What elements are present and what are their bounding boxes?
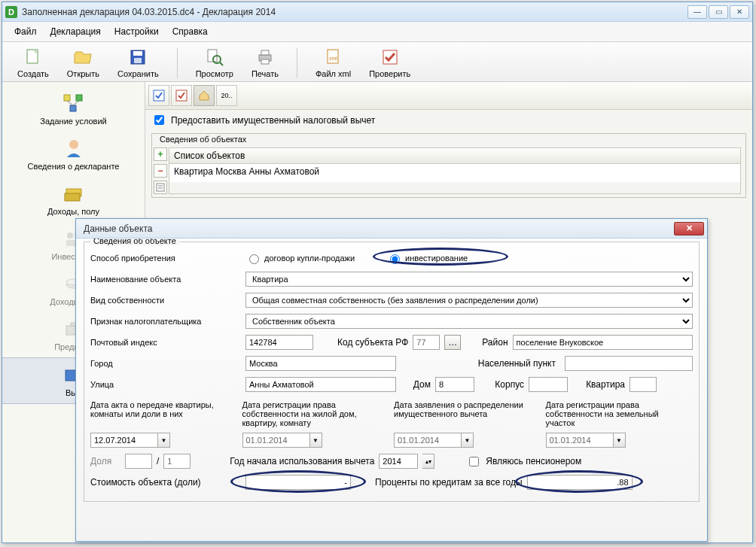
date1-drop[interactable]: ▼ — [158, 433, 170, 448]
print-button[interactable]: Печать — [251, 47, 279, 78]
printer-icon — [255, 47, 276, 68]
add-object-button[interactable]: + — [154, 147, 167, 161]
city-input[interactable] — [245, 356, 396, 371]
sign-label: Признак налогоплательщика — [90, 317, 241, 326]
date3-drop[interactable]: ▼ — [462, 433, 474, 448]
svg-rect-9 — [261, 59, 269, 64]
menu-settings[interactable]: Настройки — [108, 25, 165, 38]
minimize-button[interactable]: — — [687, 5, 707, 19]
check-icon — [380, 47, 401, 68]
house-input[interactable] — [435, 377, 474, 392]
acq-radio-invest[interactable]: инвестирование — [386, 252, 468, 264]
date4-drop[interactable]: ▼ — [614, 433, 626, 448]
deduction-checkbox-label: Предоставить имущественный налоговый выч… — [171, 115, 375, 126]
sidebar-item-income[interactable]: Доходы, полу — [2, 177, 145, 222]
locality-input[interactable] — [565, 356, 693, 371]
flat-input[interactable] — [629, 377, 657, 392]
mini-btn-2[interactable] — [171, 85, 192, 106]
svg-rect-8 — [261, 50, 269, 55]
region-code-browse[interactable]: … — [444, 335, 461, 350]
object-data-dialog: Данные объекта ✕ Сведения об объекте Спо… — [75, 218, 708, 542]
share-a-input — [125, 454, 152, 469]
date-col4-label: Дата регистрации права собственности на … — [546, 400, 694, 427]
menu-help[interactable]: Справка — [166, 25, 214, 38]
sign-select[interactable]: Собственник объекта — [245, 314, 693, 329]
flat-label: Квартира — [572, 379, 625, 390]
interest-label: Проценты по кредитам за все годы — [375, 477, 523, 488]
cost-label: Стоимость объекта (доли) — [90, 477, 241, 488]
objects-group-title: Сведения об объектах — [157, 135, 249, 144]
acquisition-label: Способ приобретения — [90, 254, 241, 263]
object-name-label: Наименование объекта — [90, 275, 241, 284]
conditions-icon — [62, 93, 86, 114]
remove-object-button[interactable]: − — [154, 164, 167, 178]
object-name-select[interactable]: Квартира — [245, 272, 693, 287]
locality-label: Населенный пункт — [478, 358, 556, 369]
region-code-input — [413, 335, 440, 350]
sidebar-income-label: Доходы, полу — [47, 207, 99, 216]
ownership-label: Вид собственности — [90, 296, 241, 305]
preview-button[interactable]: Просмотр — [196, 47, 233, 78]
region-label: Район — [482, 337, 508, 348]
ownership-select[interactable]: Общая совместная собственность (без заяв… — [245, 293, 693, 308]
street-label: Улица — [90, 380, 241, 389]
check-button[interactable]: Проверить — [369, 47, 410, 78]
create-button[interactable]: Создать — [17, 47, 49, 78]
objects-list-row[interactable]: Квартира Москва Анны Ахматовой — [169, 164, 740, 182]
date4-input — [546, 433, 614, 448]
main-toolbar: Создать Открыть Сохранить Просмотр Печат… — [2, 42, 752, 82]
sidebar-item-declarant[interactable]: Сведения о декларанте — [2, 132, 145, 177]
menu-bar: Файл Декларация Настройки Справка — [2, 22, 752, 42]
svg-line-17 — [73, 101, 79, 105]
date1-input[interactable] — [90, 433, 158, 448]
date-col2-label: Дата регистрации права собственности на … — [242, 400, 390, 427]
cost-input[interactable] — [245, 475, 351, 490]
sidebar-item-conditions[interactable]: Задание условий — [2, 87, 145, 132]
pensioner-checkbox[interactable] — [469, 457, 479, 466]
date-col1-label: Дата акта о передаче квартиры, комнаты и… — [90, 400, 238, 418]
year-input[interactable] — [379, 454, 418, 469]
dialog-close-button[interactable]: ✕ — [674, 222, 704, 236]
region-input[interactable] — [513, 335, 693, 350]
year-label: Год начала использования вычета — [230, 456, 374, 466]
mini-btn-1[interactable] — [148, 85, 169, 106]
mini-btn-home[interactable] — [194, 85, 215, 106]
save-label: Сохранить — [117, 69, 159, 78]
xml-label: Файл xml — [316, 69, 351, 78]
svg-rect-2 — [133, 51, 142, 56]
floppy-icon — [127, 47, 148, 68]
block-input[interactable] — [529, 377, 568, 392]
close-button[interactable]: ✕ — [730, 5, 749, 19]
svg-line-16 — [67, 101, 73, 105]
person-icon — [62, 138, 86, 159]
pensioner-label: Являюсь пенсионером — [486, 456, 581, 466]
deduction-checkbox[interactable] — [154, 115, 164, 125]
print-label: Печать — [251, 69, 279, 78]
block-label: Корпус — [479, 379, 524, 390]
date2-drop[interactable]: ▼ — [310, 433, 322, 448]
date3-input — [394, 433, 462, 448]
app-icon: D — [5, 6, 17, 18]
open-button[interactable]: Открыть — [67, 47, 99, 78]
edit-object-button[interactable] — [154, 181, 167, 194]
group1-legend: Сведения об объекте — [90, 239, 179, 245]
svg-rect-13 — [64, 95, 70, 101]
date2-input — [242, 433, 310, 448]
date-col3-label: Дата заявления о распределении имуществе… — [394, 400, 541, 418]
street-input[interactable] — [245, 377, 396, 392]
city-label: Город — [90, 359, 241, 368]
xml-button[interactable]: xml Файл xml — [316, 47, 351, 78]
svg-text:xml: xml — [329, 56, 337, 61]
year-spin[interactable]: ▴▾ — [422, 454, 434, 469]
house-label: Дом — [401, 379, 431, 390]
maximize-button[interactable]: ▭ — [709, 5, 728, 19]
acq-radio-contract[interactable]: договор купли-продажи — [245, 252, 355, 264]
interest-input[interactable] — [527, 475, 633, 490]
mini-btn-20[interactable]: 20.. — [216, 85, 237, 106]
post-input[interactable] — [245, 335, 313, 350]
svg-rect-20 — [65, 193, 80, 201]
menu-declaration[interactable]: Декларация — [44, 25, 107, 38]
share-b-input — [163, 454, 191, 469]
save-button[interactable]: Сохранить — [117, 47, 159, 78]
menu-file[interactable]: Файл — [8, 25, 43, 38]
